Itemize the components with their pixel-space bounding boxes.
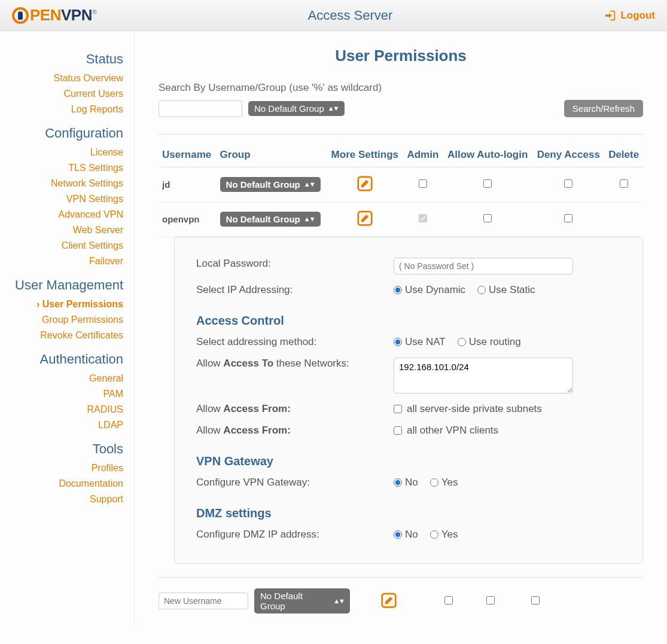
users-table: Username Group More Settings Admin Allow… <box>159 143 643 237</box>
sidebar-heading-configuration: Configuration <box>6 126 123 141</box>
from-clients-checkbox[interactable] <box>394 426 402 435</box>
vpn-gateway-label: Configure VPN Gateway: <box>196 477 394 489</box>
logo: PENVPN® <box>12 6 97 25</box>
sidebar-item-pam[interactable]: PAM <box>6 386 123 402</box>
sidebar-item-failover[interactable]: Failover <box>6 254 123 269</box>
vpn-gateway-yes-radio[interactable] <box>430 478 438 487</box>
admin-checkbox[interactable] <box>419 179 427 188</box>
admin-checkbox[interactable] <box>419 214 427 222</box>
sidebar-item-current-users[interactable]: Current Users <box>6 86 123 102</box>
access-control-heading: Access Control <box>196 314 621 328</box>
sidebar-item-user-permissions[interactable]: User Permissions <box>6 297 123 312</box>
cell-username: jd <box>159 167 217 202</box>
sidebar-item-client-settings[interactable]: Client Settings <box>6 238 123 254</box>
ip-addressing-label: Select IP Addressing: <box>196 284 394 296</box>
sidebar: Status Status Overview Current Users Log… <box>0 31 135 625</box>
sidebar-item-documentation[interactable]: Documentation <box>6 476 123 492</box>
table-row: jd No Default Group▲▼ <box>159 167 643 202</box>
sidebar-item-ldap[interactable]: LDAP <box>6 417 123 433</box>
search-label: Search By Username/Group (use '%' as wil… <box>159 82 643 94</box>
openvpn-keyhole-icon <box>12 7 29 24</box>
ip-static-radio[interactable] <box>477 286 486 294</box>
search-group-select[interactable]: No Default Group▲▼ <box>248 101 345 116</box>
search-refresh-button[interactable]: Search/Refresh <box>564 100 643 117</box>
sidebar-item-profiles[interactable]: Profiles <box>6 460 123 476</box>
sidebar-item-tls-settings[interactable]: TLS Settings <box>6 160 123 176</box>
sidebar-item-log-reports[interactable]: Log Reports <box>6 102 123 117</box>
allow-access-to-label: Allow Access To these Networks: <box>196 358 394 370</box>
deny-access-checkbox[interactable] <box>564 214 572 222</box>
new-deny-access-checkbox[interactable] <box>531 596 540 605</box>
main-content: User Permissions Search By Username/Grou… <box>135 31 667 625</box>
user-settings-panel: Local Password: Select IP Addressing: Us… <box>174 237 643 564</box>
local-password-input[interactable] <box>394 258 573 274</box>
dmz-settings-heading: DMZ settings <box>196 506 621 520</box>
sidebar-item-status-overview[interactable]: Status Overview <box>6 71 123 86</box>
col-delete: Delete <box>604 143 643 167</box>
new-auto-login-checkbox[interactable] <box>486 596 495 605</box>
edit-icon[interactable] <box>356 175 374 193</box>
sidebar-heading-tools: Tools <box>6 441 123 457</box>
app-title: Access Server <box>308 8 393 23</box>
allow-access-to-networks[interactable] <box>394 358 573 393</box>
dmz-label: Configure DMZ IP address: <box>196 529 394 541</box>
sidebar-item-advanced-vpn[interactable]: Advanced VPN <box>6 207 123 222</box>
chevron-updown-icon: ▲▼ <box>333 598 344 605</box>
sidebar-item-revoke-certificates[interactable]: Revoke Certificates <box>6 328 123 343</box>
ip-dynamic-radio[interactable] <box>394 286 402 294</box>
dmz-yes-radio[interactable] <box>430 530 438 539</box>
edit-icon[interactable] <box>380 591 398 609</box>
new-username-input[interactable] <box>159 593 248 609</box>
sidebar-item-group-permissions[interactable]: Group Permissions <box>6 312 123 328</box>
sidebar-heading-status: Status <box>6 51 123 67</box>
sidebar-item-general[interactable]: General <box>6 371 123 386</box>
col-deny-access: Deny Access <box>532 143 604 167</box>
sidebar-heading-authentication: Authentication <box>6 352 123 367</box>
row-group-select[interactable]: No Default Group▲▼ <box>220 177 321 192</box>
logout-icon <box>604 9 617 22</box>
col-username: Username <box>159 143 217 167</box>
sidebar-item-radius[interactable]: RADIUS <box>6 402 123 417</box>
cell-username: openvpn <box>159 202 217 237</box>
addressing-method-label: Select addressing method: <box>196 336 394 348</box>
chevron-updown-icon: ▲▼ <box>304 216 315 222</box>
sidebar-item-license[interactable]: License <box>6 145 123 160</box>
delete-checkbox[interactable] <box>620 179 628 188</box>
auto-login-checkbox[interactable] <box>483 179 492 188</box>
use-nat-radio[interactable] <box>394 338 402 346</box>
sidebar-item-web-server[interactable]: Web Server <box>6 222 123 238</box>
search-input[interactable] <box>159 100 242 117</box>
logout-link[interactable]: Logout <box>604 9 655 22</box>
use-routing-radio[interactable] <box>458 338 466 346</box>
chevron-updown-icon: ▲▼ <box>304 181 315 188</box>
edit-icon[interactable] <box>356 209 374 227</box>
col-admin: Admin <box>403 143 443 167</box>
chevron-updown-icon: ▲▼ <box>328 105 339 112</box>
row-group-select[interactable]: No Default Group▲▼ <box>220 212 321 227</box>
sidebar-heading-user-management: User Management <box>6 277 123 293</box>
table-row: openvpn No Default Group▲▼ <box>159 202 643 237</box>
deny-access-checkbox[interactable] <box>564 179 572 188</box>
allow-access-from-label-1: Allow Access From: <box>196 403 394 415</box>
from-subnets-checkbox[interactable] <box>394 405 402 413</box>
col-auto-login: Allow Auto-login <box>443 143 532 167</box>
auto-login-checkbox[interactable] <box>483 214 492 222</box>
dmz-no-radio[interactable] <box>394 530 402 539</box>
new-user-group-select[interactable]: No Default Group▲▼ <box>254 588 350 614</box>
allow-access-from-label-2: Allow Access From: <box>196 425 394 437</box>
sidebar-item-vpn-settings[interactable]: VPN Settings <box>6 191 123 207</box>
vpn-gateway-no-radio[interactable] <box>394 478 402 487</box>
sidebar-item-network-settings[interactable]: Network Settings <box>6 176 123 191</box>
topbar: PENVPN® Access Server Logout <box>0 0 667 31</box>
col-more-settings: More Settings <box>327 143 403 167</box>
sidebar-item-support[interactable]: Support <box>6 492 123 507</box>
local-password-label: Local Password: <box>196 258 394 270</box>
new-admin-checkbox[interactable] <box>444 596 453 605</box>
col-group: Group <box>217 143 327 167</box>
page-title: User Permissions <box>159 47 643 65</box>
vpn-gateway-heading: VPN Gateway <box>196 454 621 468</box>
new-user-row: No Default Group▲▼ <box>159 577 643 614</box>
